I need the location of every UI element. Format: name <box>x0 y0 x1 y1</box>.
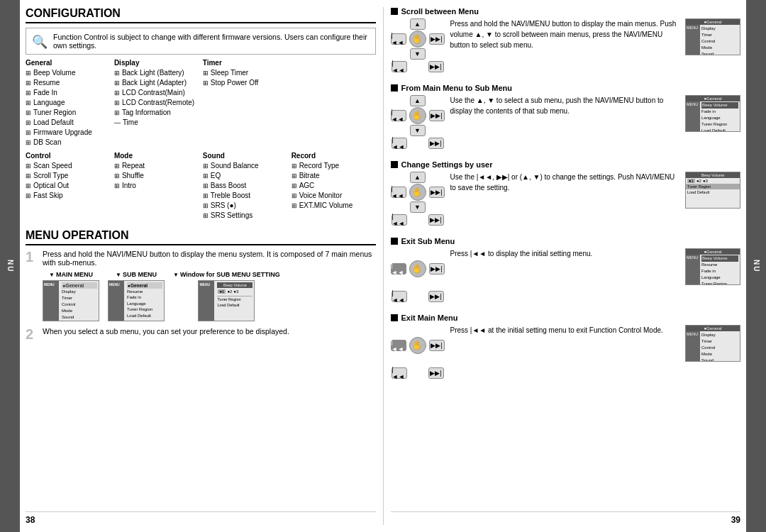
display-col: Display Back Light (Battery) Back Light … <box>114 59 199 148</box>
step-1-content: Press and hold the NAVI/MENU button to d… <box>43 250 376 321</box>
up-btn3[interactable]: ▲ <box>410 172 426 183</box>
prev-btn5[interactable]: |◄◄ <box>391 340 406 351</box>
config-item: Shuffle <box>114 171 199 181</box>
next-btn4[interactable]: ▶▶| <box>429 263 445 275</box>
fwd-btn4[interactable]: ▶▶| <box>428 291 444 302</box>
prev-btn2[interactable]: |◄◄ <box>391 110 406 121</box>
window-sub-menu-col: Window for SUB MENU SETTING MENU Beep Vo… <box>173 271 280 321</box>
exit-sub-body: |◄◄ ✋ ▶▶| |◄◄ ▶▶| Press |◄◄ to <box>391 248 741 302</box>
exit-main-screen: ●General MENU Display Timer Control Mode… <box>685 325 740 362</box>
config-item: Sleep Timer <box>203 68 287 78</box>
next-btn[interactable]: ▶▶| <box>429 33 445 45</box>
record-col: Record Record Type Bitrate AGC Voice Mon… <box>292 152 376 221</box>
config-item: LCD Contrast(Main) <box>114 88 199 98</box>
fwd-btn5[interactable]: ▶▶| <box>428 367 444 379</box>
up-btn2[interactable]: ▲ <box>410 95 426 106</box>
main-to-sub: From Main Menu to Sub Menu |◄◄ ▲ ✋ ▼ ▶▶| <box>391 84 741 149</box>
timer-header: Timer <box>203 59 287 67</box>
prev-btn4[interactable]: |◄◄ <box>391 263 406 275</box>
hand-icon2: ✋ <box>409 107 426 124</box>
exit-main-menu: Exit Main Menu |◄◄ ✋ ▶▶| |◄◄ <box>391 314 741 379</box>
scroll-body: |◄◄ ▲ ✋ ▼ ▶▶| |◄◄ ▶▶| <box>391 18 741 72</box>
step-1-text: Press and hold the NAVI/MENU button to d… <box>43 250 376 267</box>
config-item: Intro <box>114 181 199 191</box>
next-btn3[interactable]: ▶▶| <box>429 187 445 198</box>
change-settings-header: Change Settings by user <box>391 160 741 169</box>
down-btn3[interactable]: ▼ <box>410 201 426 213</box>
menu-nav-row: MAIN MENU MENU ●General Display <box>43 271 376 321</box>
down-btn[interactable]: ▼ <box>410 48 426 60</box>
config-item: AGC <box>292 181 376 191</box>
step-2-text: When you select a sub menu, you can set … <box>43 327 376 336</box>
back-btn5[interactable]: |◄◄ <box>392 367 407 379</box>
menu-operation-section: MENU OPERATION 1 Press and hold the NAVI… <box>26 229 376 347</box>
config-item: SRS (●) <box>203 201 287 211</box>
config-item: Scan Speed <box>26 161 110 171</box>
config-item: DB Scan <box>26 138 110 148</box>
config-item: Sound Balance <box>203 161 287 171</box>
config-item: Back Light (Battery) <box>114 68 199 78</box>
scroll-header-text: Scroll between Menu <box>401 7 479 16</box>
config-item: Record Type <box>292 161 376 171</box>
back-btn[interactable]: |◄◄ <box>392 61 407 72</box>
scroll-screen: ●General MENU Display Timer Control Mode… <box>685 18 740 55</box>
mode-header: Mode <box>114 152 199 160</box>
prev-btn3[interactable]: |◄◄ <box>391 187 406 198</box>
window-right-content: Beep Volume ●1 ●2 ●3 Tuner Region <box>216 281 254 321</box>
record-header: Record <box>292 152 376 160</box>
config-item: Stop Power Off <box>203 78 287 88</box>
change-settings: Change Settings by user |◄◄ ▲ ✋ ▼ ▶▶| |◄ <box>391 160 741 226</box>
config-item: Tag Information <box>114 108 199 118</box>
down-btn2[interactable]: ▼ <box>410 125 426 136</box>
config-item: Voice Monitor <box>292 191 376 201</box>
sound-header: Sound <box>203 152 287 160</box>
exit-sub-header: Exit Sub Menu <box>391 237 741 245</box>
config-item: SRS Settings <box>203 211 287 221</box>
config-item: Fast Skip <box>26 191 110 201</box>
fwd-btn[interactable]: ▶▶| <box>428 61 444 72</box>
main-menu-screen: MENU ●General Display Timer Control Mode… <box>43 280 99 321</box>
fwd-btn2[interactable]: ▶▶| <box>428 138 444 149</box>
change-settings-screen: Beep Volume ●1 ●2 ●3 Tuner Region Load D… <box>685 172 740 209</box>
exit-main-body: |◄◄ ✋ ▶▶| |◄◄ ▶▶| Press |◄◄ at <box>391 325 741 379</box>
config-item: Optical Out <box>26 181 110 191</box>
section-bullet <box>391 314 398 321</box>
scroll-header: Scroll between Menu <box>391 7 741 16</box>
config-item: Back Light (Adapter) <box>114 78 199 88</box>
config-item: EQ <box>203 171 287 181</box>
scroll-text: Press and hold the NAVI/MENU button to d… <box>450 18 680 50</box>
back-btn3[interactable]: |◄◄ <box>392 214 407 226</box>
section-bullet <box>391 8 398 15</box>
prev-btn[interactable]: |◄◄ <box>391 33 406 45</box>
notice-text: Function Control is subject to change wi… <box>53 33 370 50</box>
page-number-right: 39 <box>731 515 740 525</box>
up-btn[interactable]: ▲ <box>410 18 426 30</box>
sub-menu-left-nav: MENU <box>109 281 124 321</box>
step-1: 1 Press and hold the NAVI/MENU button to… <box>26 250 376 321</box>
section-bullet <box>391 84 398 92</box>
left-panel: CONFIGURATION 🔍 Function Control is subj… <box>26 7 376 525</box>
config-grid-2: Control Scan Speed Scroll Type Optical O… <box>26 152 376 221</box>
timer-col: Timer Sleep Timer Stop Power Off <box>203 59 287 148</box>
back-btn4[interactable]: |◄◄ <box>392 291 407 302</box>
main-to-sub-header: From Main Menu to Sub Menu <box>391 84 741 92</box>
fwd-btn3[interactable]: ▶▶| <box>428 214 444 226</box>
config-item: Load Default <box>26 118 110 128</box>
config-item: EXT.MIC Volume <box>292 201 376 211</box>
config-item: Firmware Upgrade <box>26 128 110 138</box>
next-btn2[interactable]: ▶▶| <box>429 110 445 121</box>
left-sidebar: NU <box>0 0 20 532</box>
config-item: Beep Volume <box>26 68 110 78</box>
main-to-sub-body: |◄◄ ▲ ✋ ▼ ▶▶| |◄◄ ▶▶| Use the ▲, <box>391 95 741 149</box>
display-header: Display <box>114 59 199 67</box>
sub-menu-screen-right: ●General MENU Beep Volume Fade in Langua… <box>685 95 740 132</box>
next-btn5[interactable]: ▶▶| <box>429 340 445 351</box>
change-settings-header-text: Change Settings by user <box>401 160 493 169</box>
back-btn2[interactable]: |◄◄ <box>392 138 407 149</box>
exit-sub-text: Press |◄◄ to display the initial setting… <box>450 248 680 259</box>
config-grid: General Beep Volume Resume Fade In Langu… <box>26 59 376 148</box>
config-item: Scroll Type <box>26 171 110 181</box>
main-to-sub-header-text: From Main Menu to Sub Menu <box>401 84 512 92</box>
general-col: General Beep Volume Resume Fade In Langu… <box>26 59 110 148</box>
mode-col: Mode Repeat Shuffle Intro <box>114 152 199 221</box>
